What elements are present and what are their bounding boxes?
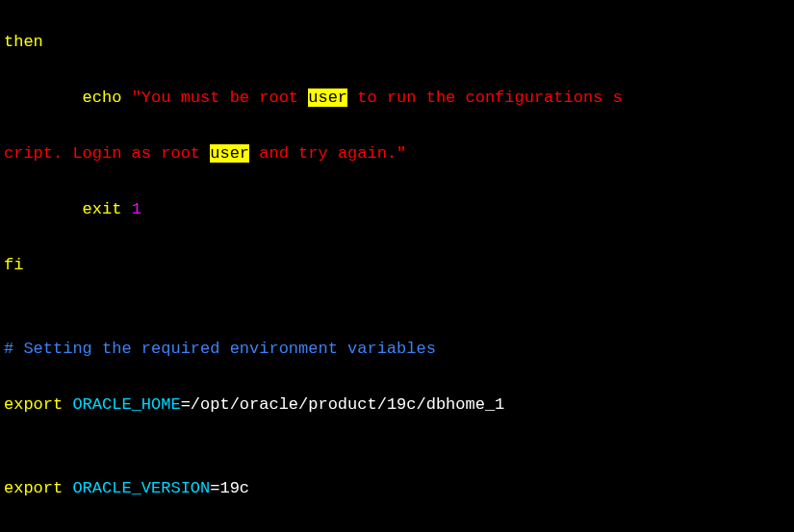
string-part: "You must be root	[132, 89, 309, 107]
builtin-echo: echo	[4, 89, 132, 107]
comment-line: # Setting the required environment varia…	[4, 335, 790, 363]
keyword-fi: fi	[4, 256, 23, 274]
keyword-export: export	[4, 479, 63, 497]
keyword-then: then	[4, 33, 43, 51]
code-line: export ORACLE_HOME=/opt/oracle/product/1…	[4, 391, 790, 418]
string-part: and try again."	[249, 144, 406, 163]
search-highlight: user	[210, 144, 249, 163]
variable-name: ORACLE_HOME	[63, 395, 180, 414]
search-highlight: user	[308, 89, 347, 107]
code-line: then	[4, 28, 790, 56]
code-line: export ORACLE_VERSION=19c	[4, 474, 790, 502]
equals: =	[210, 479, 219, 497]
number-literal: 1	[132, 200, 141, 218]
builtin-exit: exit	[4, 200, 132, 218]
equals: =	[181, 395, 191, 414]
terminal-output: then echo "You must be root user to run …	[0, 0, 794, 532]
value: 19c	[219, 479, 249, 497]
string-part: to run the configurations s	[347, 89, 623, 107]
comment: # Setting the required environment varia…	[4, 340, 436, 358]
keyword-export: export	[4, 395, 63, 414]
value: /opt/oracle/product/19c/dbhome_1	[191, 395, 504, 414]
variable-name: ORACLE_VERSION	[63, 479, 210, 497]
string-part: cript. Login as root	[4, 144, 210, 163]
code-line: echo "You must be root user to run the c…	[4, 84, 790, 112]
code-line: fi	[4, 251, 790, 279]
code-line: cript. Login as root user and try again.…	[4, 139, 790, 167]
code-line: exit 1	[4, 195, 790, 223]
